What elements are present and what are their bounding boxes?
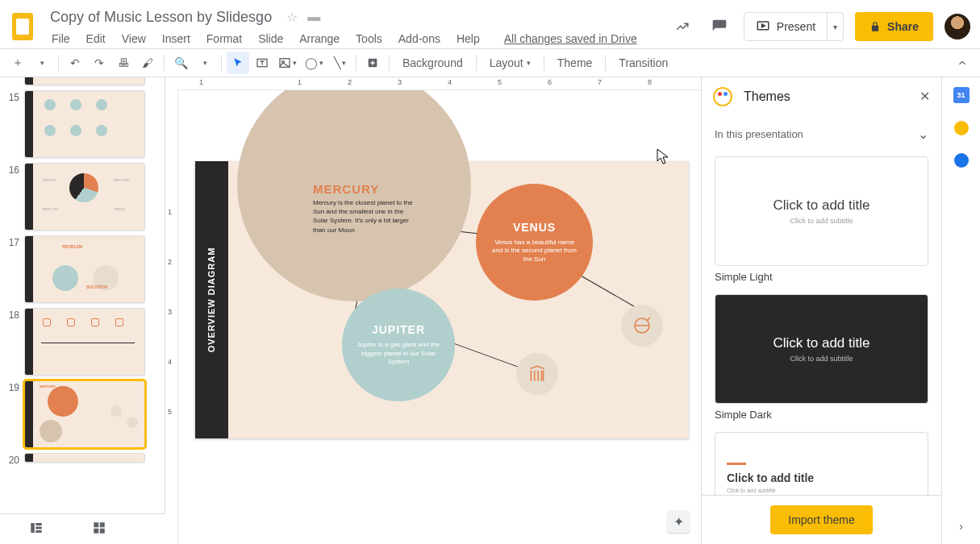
thumb-17[interactable]: PROBLEMSOLUTION [24,235,145,303]
menu-addons[interactable]: Add-ons [392,30,447,48]
doc-title[interactable]: Copy of Music Lesson by Slidesgo [45,6,277,28]
new-slide-dropdown[interactable]: ▾ [31,52,53,74]
menu-bar: File Edit View Insert Format Slide Arran… [45,30,637,48]
collapse-toolbar-icon[interactable] [951,52,974,74]
column-icon-circle[interactable] [516,353,558,395]
thumb-18[interactable] [24,308,145,376]
share-label: Share [887,20,919,33]
thumb-16[interactable]: SATURNMERCURYNEPTUNEVENUS [24,163,145,230]
save-status[interactable]: All changes saved in Drive [504,32,637,45]
zoom-button[interactable]: 🔍 [169,52,192,74]
theme-card-title: Click to add title [774,335,870,351]
filmstrip[interactable]: 15 16 SATURNMERCURYNEPTUNEVENUS 17 PROBL… [0,77,165,544]
menu-file[interactable]: File [45,30,77,48]
comments-icon[interactable] [707,14,732,39]
drum-icon-circle[interactable] [621,305,663,347]
layout-button[interactable]: Layout▾ [482,52,539,74]
menu-edit[interactable]: Edit [80,30,112,48]
new-slide-button[interactable]: ＋ [6,52,29,74]
textbox-tool[interactable] [251,52,273,74]
thumb-number: 19 [5,380,19,393]
mercury-circle[interactable] [237,90,471,301]
filmstrip-view-icon[interactable] [29,521,44,538]
svg-rect-14 [100,528,105,533]
tasks-icon[interactable] [954,153,969,168]
theme-card-sub: Click to add subtitle [790,355,853,363]
menu-help[interactable]: Help [450,30,486,48]
present-button[interactable]: Present [744,13,827,40]
svg-rect-13 [94,528,98,533]
paint-format-button[interactable]: 🖌 [136,52,159,74]
line-tool[interactable]: ╲▾ [328,52,351,74]
account-avatar[interactable] [945,14,970,39]
calendar-icon[interactable] [953,87,970,103]
background-button[interactable]: Background [394,52,471,74]
move-folder-icon[interactable]: ▬ [307,10,320,24]
thumb-20[interactable] [24,453,145,463]
redo-button[interactable]: ↷ [88,52,111,74]
thumb-number: 18 [5,308,19,321]
theme-button[interactable]: Theme [549,52,601,74]
themes-section-toggle[interactable]: In this presentation ⌄ [702,116,941,152]
mercury-title[interactable]: MERCURY [313,182,379,196]
ruler-horizontal: 1 1 2 3 4 5 6 7 8 [178,77,701,90]
undo-button[interactable]: ↶ [64,52,86,74]
import-theme-button[interactable]: Import theme [770,505,872,534]
themes-panel-title: Themes [744,89,908,104]
svg-rect-7 [31,523,35,533]
slides-logo[interactable] [6,10,39,43]
svg-rect-12 [100,522,105,527]
keep-icon[interactable] [954,121,969,135]
thumb-number: 16 [5,163,19,176]
thumb-19[interactable]: MERCURY [24,380,145,448]
comment-insert-button[interactable] [361,52,384,74]
thumb-number: 15 [5,90,19,103]
thumb-number: 17 [5,235,19,248]
grid-view-icon[interactable] [92,521,106,538]
share-button[interactable]: Share [855,12,933,41]
venus-body: Venus has a beautiful name and is the se… [489,239,580,264]
slide-editor[interactable]: OVERVIEW DIAGRAM MERCURY Mercury is the … [195,161,689,438]
image-tool[interactable]: ▾ [275,52,300,74]
jupiter-title: JUPITER [372,323,425,336]
theme-label: Simple Dark [715,409,928,421]
slide-side-title: OVERVIEW DIAGRAM [206,247,216,353]
theme-simple-light[interactable]: Click to add title Click to add subtitle [715,156,928,266]
zoom-dropdown[interactable]: ▾ [194,52,216,74]
thumb-15[interactable] [24,90,145,158]
theme-card-sub: Click to add subtitle [727,488,776,493]
menu-view[interactable]: View [115,30,152,48]
svg-rect-9 [35,526,42,529]
present-dropdown[interactable]: ▾ [827,13,843,40]
print-button[interactable]: 🖶 [112,52,135,74]
theme-card-sub: Click to add subtitle [790,217,853,225]
theme-simple-dark[interactable]: Click to add title Click to add subtitle [715,294,928,404]
jupiter-circle[interactable]: JUPITER Jupiter is a gas giant and the b… [342,289,455,401]
svg-rect-10 [35,530,42,533]
select-tool[interactable] [227,52,249,74]
shape-tool[interactable]: ◯▾ [302,52,327,74]
chevron-down-icon: ⌄ [918,127,928,142]
ruler-vertical: 1 2 3 4 5 [165,90,178,544]
expand-rail-icon[interactable]: › [959,520,963,533]
menu-format[interactable]: Format [200,30,248,48]
activity-icon[interactable] [669,14,695,39]
transition-button[interactable]: Transition [611,52,676,74]
menu-tools[interactable]: Tools [349,30,389,48]
menu-slide[interactable]: Slide [252,30,290,48]
explore-button[interactable]: ✦ [667,510,690,533]
venus-circle[interactable]: VENUS Venus has a beautiful name and is … [476,184,593,301]
star-icon[interactable]: ☆ [286,10,298,25]
mercury-body[interactable]: Mercury is the closest planet to the Sun… [313,198,418,235]
themes-panel: Themes ✕ In this presentation ⌄ Click to… [701,77,941,544]
toolbar: ＋ ▾ ↶ ↷ 🖶 🖌 🔍 ▾ ▾ ◯▾ ╲▾ Background Layou… [0,48,980,77]
present-button-group: Present ▾ [744,12,844,41]
jupiter-body: Jupiter is a gas giant and the biggest p… [353,341,444,366]
svg-rect-11 [94,522,98,527]
menu-insert[interactable]: Insert [156,30,197,48]
canvas[interactable]: 1 1 2 3 4 5 6 7 8 1 2 3 4 5 OVERVIEW DIA… [165,77,701,544]
close-themes-icon[interactable]: ✕ [920,89,930,104]
theme-streamline[interactable]: Click to add title Click to add subtitle [715,432,928,495]
header: Copy of Music Lesson by Slidesgo ☆ ▬ Fil… [0,0,980,48]
menu-arrange[interactable]: Arrange [293,30,346,48]
